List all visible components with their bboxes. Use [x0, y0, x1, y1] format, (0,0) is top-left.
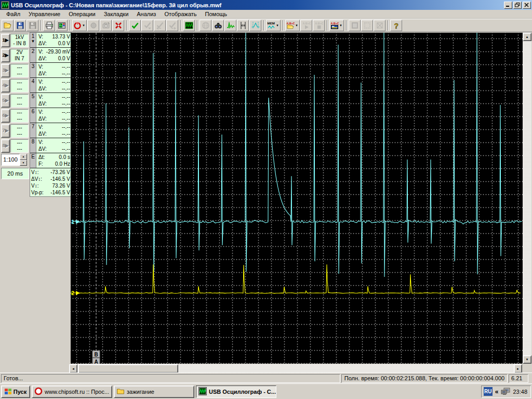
channel-range-cell-7[interactable]: ------	[10, 124, 29, 138]
keyboard-layout-indicator[interactable]: RU	[484, 387, 493, 396]
connect-option-3-button[interactable]	[166, 20, 178, 31]
measure-channel-number: 8	[30, 138, 36, 153]
oscilloscope-plot[interactable]: BA12	[71, 33, 523, 364]
menu-3[interactable]: Операции	[64, 10, 99, 18]
spin-down-button[interactable]: ▼	[20, 160, 27, 166]
dropdown-arrow-icon[interactable]: ▼	[82, 24, 86, 27]
taskbar-task-1[interactable]: www.chipsoft.ru :: Прос...	[32, 385, 112, 398]
channel-range: ---	[11, 125, 28, 131]
channel-range-cell-3[interactable]: ------	[10, 64, 29, 77]
stat-line: Vp-p:-146.5 V	[30, 189, 71, 196]
channel-button-5[interactable]: 5▶	[1, 94, 10, 108]
math-panel-button[interactable]: A:B+C▼	[329, 20, 344, 31]
connect-device-button[interactable]	[129, 20, 141, 31]
save-image-button[interactable]	[26, 20, 38, 31]
system-tray: RU « 23:48	[481, 385, 531, 398]
toolbar-separator	[197, 20, 198, 31]
channel-button-2[interactable]: 2▶	[1, 49, 10, 62]
start-button[interactable]: Пуск	[1, 385, 30, 398]
timebase-cell[interactable]: 20 ms	[1, 168, 29, 179]
v-label: V:	[38, 63, 43, 70]
svg-text:A:B+C: A:B+C	[287, 22, 295, 25]
channel-range-cell-5[interactable]: ------	[10, 94, 29, 108]
dv-label: ΔV:	[38, 145, 47, 152]
zoom-region-button[interactable]	[200, 20, 211, 31]
compression-value[interactable]: 1:100	[1, 154, 20, 166]
minimize-button[interactable]	[504, 2, 512, 9]
taskbar-task-3[interactable]: USB Осциллограф - C...	[196, 385, 276, 398]
measure-row-6: 6V:--.--ΔV:--.--	[30, 108, 71, 123]
dv-label: ΔV:	[38, 85, 47, 92]
math-open-button[interactable]: A:B+C▼	[285, 20, 300, 31]
menu-4[interactable]: Закладки	[100, 10, 133, 18]
app-icon	[1, 1, 9, 9]
tray-chevron-icon[interactable]: «	[495, 388, 499, 395]
memory-button[interactable]: MEM▼	[266, 20, 281, 31]
connect-option-2-button[interactable]	[154, 20, 166, 31]
channel-row-2: 2▶2VIN 7	[1, 48, 29, 63]
vertical-scrollbar[interactable]: ▲ ▼	[523, 33, 531, 364]
help-button[interactable]: ?	[390, 20, 402, 31]
channel-button-8[interactable]: 8▶	[1, 139, 10, 153]
dropdown-arrow-icon[interactable]: ▼	[339, 24, 343, 27]
scroll-up-button[interactable]: ▲	[523, 33, 531, 41]
record-button[interactable]	[87, 20, 99, 31]
display-mode-button[interactable]	[183, 20, 195, 31]
scroll-down-button[interactable]: ▼	[523, 355, 531, 364]
search-button[interactable]	[212, 20, 224, 31]
menu-6[interactable]: Отображать	[160, 10, 201, 18]
dropdown-arrow-icon[interactable]: ▼	[295, 24, 299, 27]
menu-7[interactable]: Помощь	[201, 10, 232, 18]
channel-button-4[interactable]: 4▶	[1, 79, 10, 92]
restore-button[interactable]	[513, 2, 522, 9]
start-stop-acquisition-button[interactable]: ▼	[72, 20, 87, 31]
cursor-flag-b[interactable]: B	[92, 351, 100, 357]
mem-icon: MEM	[267, 21, 275, 30]
math-stop-button[interactable]: A:B+C	[313, 20, 325, 31]
window-mode-1-button[interactable]	[349, 20, 361, 31]
menu-1[interactable]: Файл	[2, 10, 24, 18]
horizontal-scrollbar[interactable]: ◄ ►	[69, 364, 522, 373]
dv-label: ΔV:	[38, 130, 47, 137]
device-panel-button[interactable]	[56, 20, 68, 31]
open-file-button[interactable]	[2, 20, 14, 31]
network-tray-icon[interactable]	[501, 388, 510, 395]
auto-measure-button[interactable]	[224, 20, 236, 31]
connect-option-1-button[interactable]	[141, 20, 153, 31]
stat-label: Vp-p:	[31, 189, 44, 196]
close-button[interactable]	[523, 2, 531, 9]
wave-cursors-button[interactable]	[249, 20, 261, 31]
channel-button-1[interactable]: 1▶	[1, 34, 10, 47]
math-play-button[interactable]: A:B+C	[300, 20, 312, 31]
dropdown-arrow-icon[interactable]: ▼	[275, 24, 280, 27]
window-mode-2-button[interactable]	[361, 20, 373, 31]
svg-text:A:B+C: A:B+C	[315, 22, 323, 25]
channel-button-7[interactable]: 7▶	[1, 124, 10, 138]
folder-open-icon	[4, 21, 12, 30]
toolbar-separator	[180, 20, 181, 31]
cursor-flag-a[interactable]: A	[92, 358, 100, 364]
scroll-right-button[interactable]: ►	[514, 364, 522, 373]
opera-icon	[34, 387, 43, 395]
snapshot-button[interactable]	[100, 20, 112, 31]
clear-button[interactable]	[112, 20, 124, 31]
print-button[interactable]	[43, 20, 55, 31]
channel-range: ---	[11, 140, 28, 146]
vertical-cursors-button[interactable]	[237, 20, 249, 31]
horizontal-scroll-thumb[interactable]	[78, 364, 178, 373]
spin-up-button[interactable]: ▲	[20, 154, 27, 160]
menu-2[interactable]: Управление	[24, 10, 64, 18]
channel-button-6[interactable]: 6▶	[1, 109, 10, 123]
save-file-button[interactable]	[14, 20, 26, 31]
channel-range-cell-2[interactable]: 2VIN 7	[10, 49, 29, 62]
svg-text:A: A	[94, 359, 98, 364]
taskbar-task-2[interactable]: зажигание	[114, 385, 194, 398]
channel-range-cell-6[interactable]: ------	[10, 109, 29, 123]
channel-button-3[interactable]: 3▶	[1, 64, 10, 77]
menu-5[interactable]: Анализ	[132, 10, 160, 18]
scroll-left-button[interactable]: ◄	[69, 364, 77, 373]
channel-range-cell-8[interactable]: ------	[10, 139, 29, 153]
window-mode-3-button[interactable]	[374, 20, 385, 31]
channel-range-cell-4[interactable]: ------	[10, 79, 29, 92]
channel-range-cell-1[interactable]: 1kV- IN 8	[10, 34, 29, 47]
